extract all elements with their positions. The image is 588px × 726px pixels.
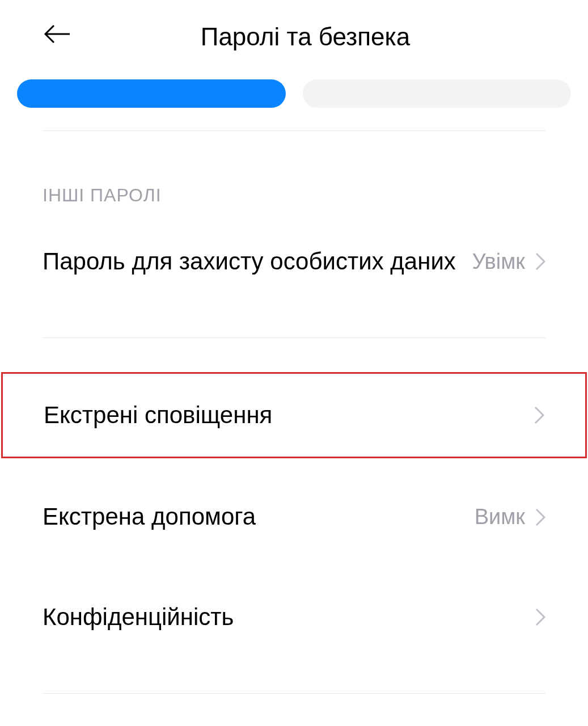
setting-value: Увімк bbox=[472, 250, 525, 274]
setting-label: Екстрена допомога bbox=[43, 501, 475, 533]
setting-label: Екстрені сповіщення bbox=[44, 399, 534, 432]
tab-active[interactable] bbox=[17, 79, 286, 108]
setting-privacy[interactable]: Конфіденційність bbox=[0, 576, 588, 659]
header: Паролі та безпека bbox=[0, 0, 588, 74]
back-icon[interactable] bbox=[43, 23, 71, 48]
page-title: Паролі та безпека bbox=[40, 23, 571, 51]
setting-emergency-alerts[interactable]: Екстрені сповіщення bbox=[1, 372, 587, 459]
chevron-right-icon bbox=[535, 252, 545, 271]
section-header-other-passwords: ІНШІ ПАРОЛІ bbox=[0, 131, 588, 220]
chevron-right-icon bbox=[534, 406, 544, 424]
setting-emergency-sos[interactable]: Екстрена допомога Вимк bbox=[0, 475, 588, 559]
chevron-right-icon bbox=[535, 508, 545, 526]
setting-label: Конфіденційність bbox=[43, 601, 535, 634]
setting-privacy-password[interactable]: Пароль для захисту особистих даних Увімк bbox=[0, 220, 588, 303]
divider bbox=[43, 693, 545, 694]
setting-label: Пароль для захисту особистих даних bbox=[43, 246, 472, 278]
chevron-right-icon bbox=[535, 608, 545, 626]
setting-value: Вимк bbox=[475, 505, 525, 529]
tab-inactive[interactable] bbox=[303, 79, 572, 108]
tabs-row bbox=[0, 74, 588, 130]
